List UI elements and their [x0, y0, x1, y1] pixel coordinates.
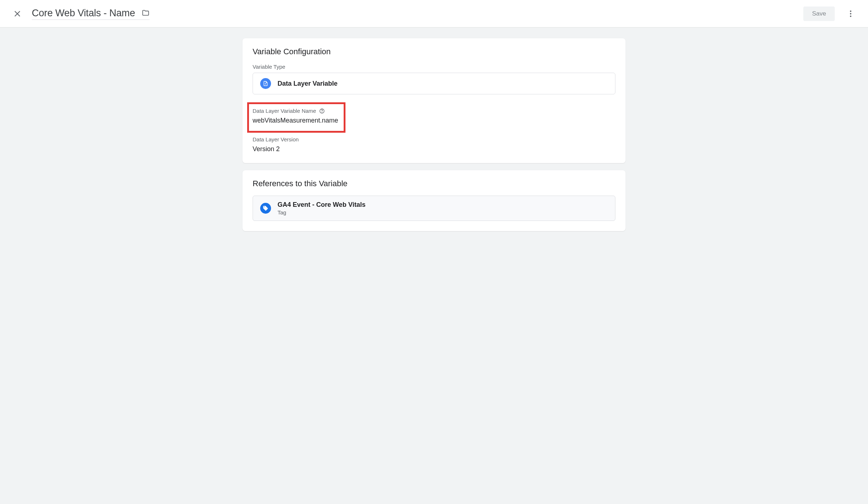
version-value: Version 2 [253, 145, 615, 153]
variable-title: Core Web Vitals - Name [32, 8, 135, 19]
references-card: References to this Variable GA4 Event - … [242, 170, 626, 231]
annotation-highlight: Data Layer Variable Name webVitalsMeasur… [247, 102, 345, 133]
close-button[interactable] [9, 5, 26, 22]
folder-icon [142, 9, 150, 17]
variable-configuration-card: Variable Configuration Variable Type Dat… [242, 38, 626, 163]
svg-point-3 [850, 13, 851, 14]
close-icon [13, 9, 22, 18]
data-layer-icon [260, 78, 271, 89]
content-area: Variable Configuration Variable Type Dat… [235, 38, 633, 231]
reference-item[interactable]: GA4 Event - Core Web Vitals Tag [253, 196, 615, 221]
variable-type-selector[interactable]: Data Layer Variable [253, 73, 615, 94]
reference-subtitle: Tag [278, 209, 365, 215]
more-vert-icon [846, 9, 855, 18]
variable-type-label: Variable Type [253, 64, 615, 70]
tag-icon [260, 203, 271, 214]
reference-text: GA4 Event - Core Web Vitals Tag [278, 201, 365, 215]
var-name-value: webVitalsMeasurement.name [253, 117, 340, 124]
svg-point-4 [850, 16, 851, 17]
reference-title: GA4 Event - Core Web Vitals [278, 201, 365, 209]
save-button[interactable]: Save [803, 7, 835, 21]
more-menu-button[interactable] [842, 5, 859, 22]
variable-type-name: Data Layer Variable [278, 80, 338, 87]
version-label: Data Layer Version [253, 136, 615, 142]
card-title: Variable Configuration [253, 47, 615, 56]
references-title: References to this Variable [253, 179, 615, 188]
dialog-header: Core Web Vitals - Name Save [0, 0, 868, 27]
help-icon[interactable] [319, 108, 325, 114]
svg-point-2 [850, 10, 851, 12]
var-name-label: Data Layer Variable Name [253, 108, 340, 114]
version-block: Data Layer Version Version 2 [253, 136, 615, 153]
title-input-wrap[interactable]: Core Web Vitals - Name [32, 8, 150, 20]
svg-point-6 [322, 112, 322, 112]
